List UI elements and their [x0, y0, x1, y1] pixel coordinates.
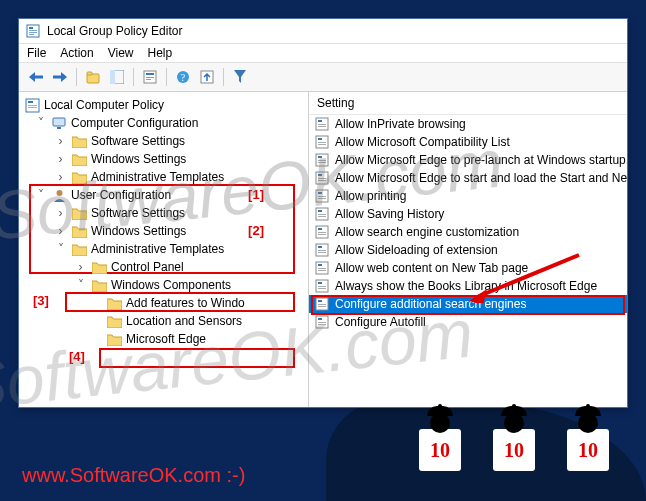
chevron-right-icon[interactable]: › [53, 224, 68, 239]
tree-pane[interactable]: Local Computer Policy ˅ Computer Configu… [19, 92, 309, 407]
setting-label: Configure Autofill [335, 315, 426, 329]
tree-label: Location and Sensors [126, 312, 242, 330]
back-button[interactable] [25, 66, 47, 88]
chevron-down-icon[interactable]: ˅ [33, 188, 48, 203]
setting-icon [315, 225, 329, 239]
setting-label: Allow Sideloading of extension [335, 243, 498, 257]
policy-icon [25, 98, 40, 113]
svg-rect-50 [318, 228, 322, 230]
menu-view[interactable]: View [108, 46, 134, 60]
menu-help[interactable]: Help [148, 46, 173, 60]
svg-rect-27 [318, 124, 326, 125]
gpedit-window: Local Group Policy Editor File Action Vi… [18, 18, 628, 408]
tree-label: Administrative Templates [91, 168, 224, 186]
help-button[interactable]: ? [172, 66, 194, 88]
chevron-down-icon[interactable]: ˅ [53, 242, 68, 257]
setting-row[interactable]: Configure additional search engines [309, 295, 627, 313]
tree-windows-components[interactable]: ˅ Windows Components [19, 276, 308, 294]
tree-cc-software[interactable]: › Software Settings [19, 132, 308, 150]
annotation-2: [2] [248, 222, 264, 240]
tree-label: Windows Settings [91, 222, 186, 240]
tree-computer-config[interactable]: ˅ Computer Configuration [19, 114, 308, 132]
svg-rect-58 [318, 264, 322, 266]
folder-icon [72, 225, 87, 238]
setting-row[interactable]: Allow Sideloading of extension [309, 241, 627, 259]
column-header-setting[interactable]: Setting [309, 92, 627, 115]
tree-cc-admin[interactable]: › Administrative Templates [19, 168, 308, 186]
setting-icon [315, 117, 329, 131]
menu-file[interactable]: File [27, 46, 46, 60]
setting-row[interactable]: Allow printing [309, 187, 627, 205]
tree-microsoft-edge[interactable]: Microsoft Edge [19, 330, 308, 348]
setting-row[interactable]: Always show the Books Library in Microso… [309, 277, 627, 295]
tree-control-panel[interactable]: › Control Panel [19, 258, 308, 276]
judge-figure: 10 [560, 413, 616, 471]
properties-button[interactable] [139, 66, 161, 88]
judge-score: 10 [419, 429, 461, 471]
chevron-down-icon[interactable]: ˅ [73, 278, 88, 293]
tree-label: Control Panel [111, 258, 184, 276]
forward-button[interactable] [49, 66, 71, 88]
setting-row[interactable]: Allow web content on New Tab page [309, 259, 627, 277]
tree-cc-windows[interactable]: › Windows Settings [19, 150, 308, 168]
svg-rect-42 [318, 192, 322, 194]
chevron-right-icon[interactable]: › [53, 152, 68, 167]
svg-rect-1 [29, 27, 33, 29]
svg-rect-55 [318, 250, 326, 251]
folder-icon [72, 243, 87, 256]
toolbar-separator [166, 68, 167, 86]
judge-head-icon [578, 413, 598, 433]
svg-rect-4 [29, 34, 34, 35]
tree-uc-windows[interactable]: › Windows Settings [2] [19, 222, 308, 240]
svg-rect-51 [318, 232, 326, 233]
folder-icon [107, 315, 122, 328]
folder-icon [107, 297, 122, 310]
up-button[interactable] [82, 66, 104, 88]
setting-row[interactable]: Allow Microsoft Edge to pre-launch at Wi… [309, 151, 627, 169]
setting-icon [315, 279, 329, 293]
chevron-right-icon[interactable]: › [53, 134, 68, 149]
chevron-down-icon[interactable]: ˅ [33, 116, 48, 131]
svg-rect-26 [318, 120, 322, 122]
content-panes: Local Computer Policy ˅ Computer Configu… [19, 92, 627, 407]
titlebar[interactable]: Local Group Policy Editor [19, 19, 627, 44]
show-hide-tree-button[interactable] [106, 66, 128, 88]
setting-row[interactable]: Allow Saving History [309, 205, 627, 223]
window-title: Local Group Policy Editor [47, 24, 182, 38]
setting-label: Allow web content on New Tab page [335, 261, 528, 275]
folder-icon [72, 135, 87, 148]
svg-rect-35 [318, 160, 326, 161]
folder-icon [107, 333, 122, 346]
tree-uc-software[interactable]: › Software Settings [19, 204, 308, 222]
svg-rect-20 [28, 105, 37, 106]
chevron-right-icon[interactable]: › [53, 206, 68, 221]
settings-list[interactable]: Allow InPrivate browsingAllow Microsoft … [309, 115, 627, 407]
setting-row[interactable]: Allow search engine customization [309, 223, 627, 241]
computer-icon [52, 116, 67, 131]
svg-rect-22 [53, 118, 65, 126]
tree-root[interactable]: Local Computer Policy [19, 96, 308, 114]
setting-label: Allow printing [335, 189, 406, 203]
menu-action[interactable]: Action [60, 46, 93, 60]
svg-rect-38 [318, 174, 322, 176]
tree-uc-admin[interactable]: ˅ Administrative Templates [19, 240, 308, 258]
svg-rect-64 [318, 288, 326, 289]
setting-row[interactable]: Allow Microsoft Edge to start and load t… [309, 169, 627, 187]
chevron-right-icon[interactable]: › [73, 260, 88, 275]
folder-icon [72, 153, 87, 166]
filter-button[interactable] [229, 66, 251, 88]
tree-location-sensors[interactable]: Location and Sensors [19, 312, 308, 330]
judge-figures: 10 10 10 [412, 413, 616, 471]
setting-row[interactable]: Allow InPrivate browsing [309, 115, 627, 133]
folder-icon [92, 279, 107, 292]
tree-user-config[interactable]: ˅ User Configuration [1] [19, 186, 308, 204]
judge-head-icon [504, 413, 524, 433]
setting-row[interactable]: Configure Autofill [309, 313, 627, 331]
export-button[interactable] [196, 66, 218, 88]
tree-add-features[interactable]: Add features to Windo [19, 294, 308, 312]
setting-row[interactable]: Allow Microsoft Compatibility List [309, 133, 627, 151]
chevron-right-icon[interactable]: › [53, 170, 68, 185]
setting-label: Configure additional search engines [335, 297, 526, 311]
svg-rect-30 [318, 138, 322, 140]
tree-label: Computer Configuration [71, 114, 198, 132]
